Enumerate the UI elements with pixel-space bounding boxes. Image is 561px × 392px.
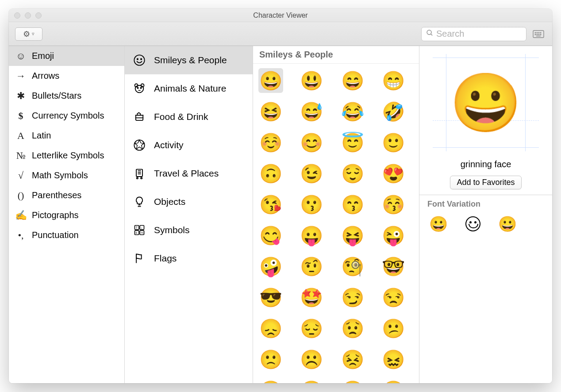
subcategory-food-drink[interactable]: Food & Drink: [125, 103, 253, 131]
font-variant[interactable]: 😀: [498, 215, 517, 233]
subcategory-list: Smileys & PeopleAnimals & NatureFood & D…: [125, 46, 253, 383]
emoji-cell[interactable]: 😩: [299, 378, 324, 383]
emoji-cell[interactable]: 😕: [381, 316, 406, 341]
sidebar-item-currency-symbols[interactable]: $Currency Symbols: [9, 106, 124, 126]
sidebar-item-letterlike-symbols[interactable]: №Letterlike Symbols: [9, 146, 124, 165]
svg-point-14: [141, 59, 142, 60]
add-to-favorites-button[interactable]: Add to Favorites: [450, 176, 521, 189]
search-field[interactable]: [421, 27, 526, 41]
emoji-cell[interactable]: 😋: [258, 223, 283, 248]
emoji-cell[interactable]: 🧐: [340, 254, 365, 279]
emoji-cell[interactable]: 🙃: [258, 161, 283, 186]
svg-point-3: [535, 32, 536, 33]
emoji-cell[interactable]: 🥺: [340, 378, 365, 383]
emoji-cell[interactable]: 😣: [340, 347, 365, 372]
category-icon: ✍: [15, 210, 27, 221]
emoji-cell[interactable]: 🙂: [381, 130, 406, 155]
emoji-cell[interactable]: 😃: [299, 68, 324, 93]
titlebar: Character Viewer: [9, 9, 552, 22]
sidebar-item-bullets-stars[interactable]: ✱Bullets/Stars: [9, 86, 124, 106]
close-icon[interactable]: [14, 12, 20, 19]
preview-column: 😀 grinning face Add to Favorites Font Va…: [419, 46, 552, 383]
emoji-cell[interactable]: 😗: [299, 192, 324, 217]
subcategory-activity[interactable]: Activity: [125, 131, 253, 159]
emoji-cell[interactable]: 😁: [381, 68, 406, 93]
emoji-cell[interactable]: ☺️: [258, 130, 283, 155]
category-icon: ✱: [15, 90, 27, 102]
sidebar-item-arrows[interactable]: →Arrows: [9, 66, 124, 86]
svg-point-19: [134, 140, 144, 150]
sidebar-item-label: Emoji: [32, 51, 54, 61]
emoji-cell[interactable]: 😆: [258, 99, 283, 124]
emoji-cell[interactable]: 😞: [258, 316, 283, 341]
font-variant[interactable]: [465, 216, 480, 231]
sidebar-item-latin[interactable]: ALatin: [9, 126, 124, 146]
emoji-cell[interactable]: 😂: [340, 99, 365, 124]
emoji-cell[interactable]: 😄: [340, 68, 365, 93]
emoji-cell[interactable]: 🙁: [258, 347, 283, 372]
toolbar: ⚙︎ ▿: [9, 22, 552, 46]
character-viewer-window: Character Viewer ⚙︎ ▿ ☺Emoji→Arrows✱Bull…: [9, 9, 552, 383]
subcategory-objects[interactable]: Objects: [125, 188, 253, 216]
category-icon: →: [15, 70, 27, 82]
emoji-cell[interactable]: 😖: [381, 347, 406, 372]
emoji-cell[interactable]: 😙: [340, 192, 365, 217]
subcategory-travel-places[interactable]: Travel & Places: [125, 159, 253, 188]
emoji-cell[interactable]: 🤪: [258, 254, 283, 279]
svg-rect-20: [136, 169, 142, 177]
emoji-cell[interactable]: 😀: [258, 68, 283, 93]
font-variant[interactable]: 😀: [429, 215, 448, 233]
emoji-cell[interactable]: ☹️: [299, 347, 324, 372]
emoji-cell[interactable]: 😉: [299, 161, 324, 186]
emoji-cell[interactable]: 😔: [299, 316, 324, 341]
chevron-down-icon: ▿: [32, 31, 35, 37]
subcategory-label: Objects: [154, 196, 185, 207]
grid-scroll[interactable]: 😀😃😄😁😆😅😂🤣☺️😊😇🙂🙃😉😌😍😘😗😙😚😋😛😝😜🤪🤨🧐🤓😎🤩😏😒😞😔😟😕🙁☹️…: [253, 64, 419, 383]
sidebar-item-label: Pictographs: [32, 210, 79, 220]
keyboard-viewer-button[interactable]: [531, 27, 546, 41]
emoji-cell[interactable]: 😘: [258, 192, 283, 217]
sidebar-item-pictographs[interactable]: ✍Pictographs: [9, 205, 124, 225]
subcategory-smileys-people[interactable]: Smileys & People: [125, 46, 253, 74]
emoji-cell[interactable]: 🤓: [381, 254, 406, 279]
emoji-cell[interactable]: 😅: [299, 99, 324, 124]
sidebar-item-parentheses[interactable]: ()Parentheses: [9, 185, 124, 205]
flags-icon: [133, 252, 146, 265]
window-title: Character Viewer: [9, 12, 552, 19]
emoji-cell[interactable]: 😎: [258, 285, 283, 310]
subcategory-animals-nature[interactable]: Animals & Nature: [125, 74, 253, 103]
subcategory-label: Flags: [154, 253, 177, 264]
subcategory-flags[interactable]: Flags: [125, 244, 253, 273]
emoji-cell[interactable]: 🤩: [299, 285, 324, 310]
svg-text:T: T: [136, 226, 138, 229]
subcategory-symbols[interactable]: T♪&%Symbols: [125, 216, 253, 244]
emoji-cell[interactable]: 😍: [381, 161, 406, 186]
zoom-icon[interactable]: [35, 12, 42, 19]
emoji-cell[interactable]: 😒: [381, 285, 406, 310]
category-icon: A: [15, 130, 27, 142]
action-menu-button[interactable]: ⚙︎ ▿: [15, 27, 42, 41]
emoji-cell[interactable]: 😝: [340, 223, 365, 248]
emoji-cell[interactable]: 😫: [258, 378, 283, 383]
sidebar-item-math-symbols[interactable]: √Math Symbols: [9, 165, 124, 185]
sidebar-item-punctuation[interactable]: •,Punctuation: [9, 225, 124, 245]
emoji-cell[interactable]: 😚: [381, 192, 406, 217]
emoji-cell[interactable]: 😜: [381, 223, 406, 248]
emoji-cell[interactable]: 😏: [340, 285, 365, 310]
emoji-cell[interactable]: 😌: [340, 161, 365, 186]
activity-icon: [133, 138, 146, 152]
emoji-cell[interactable]: 😢: [381, 378, 406, 383]
sidebar-item-emoji[interactable]: ☺Emoji: [9, 46, 124, 66]
emoji-cell[interactable]: 😛: [299, 223, 324, 248]
minimize-icon[interactable]: [25, 12, 31, 19]
emoji-cell[interactable]: 😊: [299, 130, 324, 155]
emoji-cell[interactable]: 😟: [340, 316, 365, 341]
emoji-cell[interactable]: 🤣: [381, 99, 406, 124]
svg-text:♪: ♪: [141, 227, 142, 229]
emoji-cell[interactable]: 😇: [340, 130, 365, 155]
svg-point-0: [427, 30, 431, 35]
emoji-cell[interactable]: 🤨: [299, 254, 324, 279]
preview-box: 😀 grinning face Add to Favorites: [419, 46, 552, 195]
svg-text:%: %: [141, 231, 143, 234]
sidebar-item-label: Arrows: [32, 71, 59, 81]
